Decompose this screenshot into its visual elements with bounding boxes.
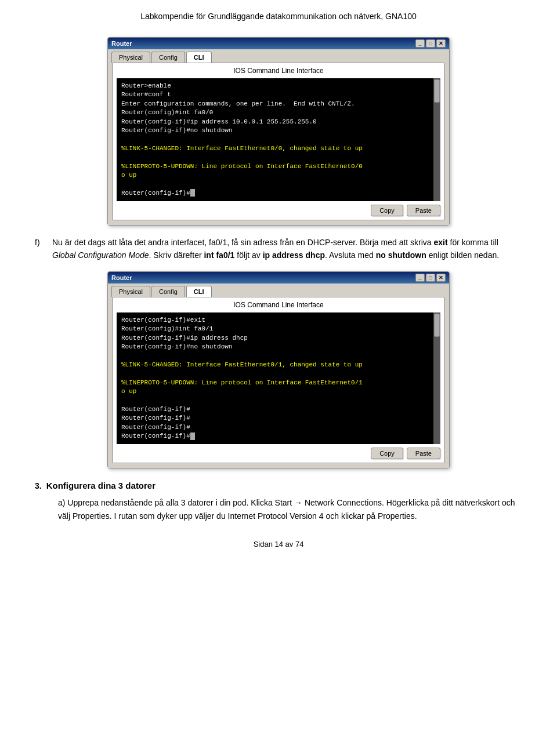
copy-button-1[interactable]: Copy [371,205,403,216]
titlebar-controls-1: _ □ ✕ [415,39,446,48]
term2-line-3: Router(config-if)#ip address dhcp [121,334,432,343]
ip-address-dhcp-keyword: ip address dhcp [263,250,325,260]
close-button-2[interactable]: ✕ [436,274,446,282]
tab-physical-2[interactable]: Physical [111,286,150,297]
router-title-1: Router [111,40,132,47]
global-config-mode: Global Configuration Mode [52,250,149,260]
router-tabs-2: Physical Config CLI [108,284,449,297]
term1-line-9 [121,153,432,162]
cli-panel-2: IOS Command Line Interface Router(config… [113,297,444,463]
router-title-2: Router [111,274,132,281]
router-body-1: IOS Command Line Interface Router>enable… [108,63,449,225]
int-fa01-keyword: int fa0/1 [204,250,234,260]
restore-button-2[interactable]: □ [426,274,435,282]
terminal-wrapper-2: Router(config-if)#exit Router(config)#in… [117,312,440,444]
tab-physical-1[interactable]: Physical [111,52,150,63]
exit-keyword: exit [434,238,448,247]
item-a-label: a) [58,498,65,507]
term1-line-6: Router(config-if)#no shutdown [121,126,432,135]
term2-line-2: Router(config)#int fa0/1 [121,325,432,333]
restore-button-1[interactable]: □ [426,39,435,48]
term2-line-9: o up [121,387,432,396]
section-3-heading: Konfigurera dina 3 datorer [46,479,155,493]
paste-button-2[interactable]: Paste [407,448,440,459]
term1-line-7 [121,135,432,144]
cli-buttons-1: Copy Paste [117,205,440,216]
close-button-1[interactable]: ✕ [436,39,446,48]
tab-cli-2[interactable]: CLI [186,286,212,297]
term2-line-12: Router(config-if)# [121,414,432,423]
term1-line-3: Enter configuration commands, one per li… [121,100,432,108]
term1-line-2: Router#conf t [121,90,432,99]
term2-line-10 [121,396,432,405]
cli-panel-1: IOS Command Line Interface Router>enable… [113,63,444,220]
footer-text: Sidan 14 av 74 [254,540,304,548]
header-title: Labkompendie för Grundläggande datakommu… [140,12,417,21]
router-body-2: IOS Command Line Interface Router(config… [108,297,449,468]
tab-config-2[interactable]: Config [151,286,185,297]
tab-config-1[interactable]: Config [151,52,185,63]
page-header: Labkompendie för Grundläggande datakommu… [35,12,522,26]
section-3-item-a: a) Upprepa nedanstående på alla 3 datore… [58,496,522,522]
term1-line-11: o up [121,171,432,180]
term1-line-1: Router>enable [121,82,432,90]
scrollbar-thumb-1[interactable] [434,79,440,103]
paste-button-1[interactable]: Paste [407,205,440,216]
term1-line-12 [121,180,432,188]
copy-button-2[interactable]: Copy [371,448,403,459]
scrollbar-thumb-2[interactable] [434,314,440,337]
section-f-text: Nu är det dags att låta det andra interf… [52,236,522,262]
router-titlebar-2: Router _ □ ✕ [108,272,449,284]
minimize-button-2[interactable]: _ [415,274,425,282]
no-shutdown-keyword: no shutdown [376,250,426,260]
term1-line-10: %LINEPROTO-5-UPDOWN: Line protocol on In… [121,162,432,171]
section-3: 3. Konfigurera dina 3 datorer a) Upprepa… [35,479,522,522]
term2-line-6: %LINK-5-CHANGED: Interface FastEthernet0… [121,361,432,369]
cli-title-2: IOS Command Line Interface [117,301,440,309]
cli-title-1: IOS Command Line Interface [117,67,440,75]
term2-line-14: Router(config-if)# [121,432,432,441]
term2-line-13: Router(config-if)# [121,423,432,432]
item-a-text: Upprepa nedanstående på alla 3 datorer i… [58,498,515,520]
term2-line-4: Router(config-if)#no shutdown [121,343,432,351]
term1-line-4: Router(config)#int fa0/0 [121,108,432,117]
term2-line-11: Router(config-if)# [121,405,432,414]
router-window-2: Router _ □ ✕ Physical Config CLI IOS Com… [107,271,450,468]
router-window-1: Router _ □ ✕ Physical Config CLI IOS Com… [107,37,450,226]
cursor-1 [190,189,195,197]
section-3-number: 3. [35,479,42,492]
section-f-label: f) [35,236,52,262]
router-tabs-1: Physical Config CLI [108,49,449,63]
scrollbar-1[interactable] [433,78,440,201]
term2-line-8: %LINEPROTO-5-UPDOWN: Line protocol on In… [121,379,432,387]
section-f: f) Nu är det dags att låta det andra int… [35,236,522,262]
titlebar-controls-2: _ □ ✕ [415,274,446,282]
term1-line-5: Router(config-if)#ip address 10.0.0.1 25… [121,118,432,126]
term1-line-13: Router(config-if)# [121,189,432,198]
section-f-content: f) Nu är det dags att låta det andra int… [35,236,522,262]
cli-terminal-2[interactable]: Router(config-if)#exit Router(config)#in… [117,312,440,444]
scrollbar-2[interactable] [433,312,440,444]
router-titlebar-1: Router _ □ ✕ [108,38,449,49]
terminal-wrapper-1: Router>enable Router#conf t Enter config… [117,78,440,201]
page-footer: Sidan 14 av 74 [35,540,522,548]
cli-terminal-1[interactable]: Router>enable Router#conf t Enter config… [117,78,440,201]
term2-line-5 [121,351,432,360]
term2-line-1: Router(config-if)#exit [121,316,432,325]
cursor-2 [190,432,195,440]
minimize-button-1[interactable]: _ [415,39,425,48]
cli-buttons-2: Copy Paste [117,448,440,459]
term1-line-8: %LINK-5-CHANGED: Interface FastEthernet0… [121,144,432,153]
tab-cli-1[interactable]: CLI [186,52,212,63]
term2-line-7 [121,369,432,378]
